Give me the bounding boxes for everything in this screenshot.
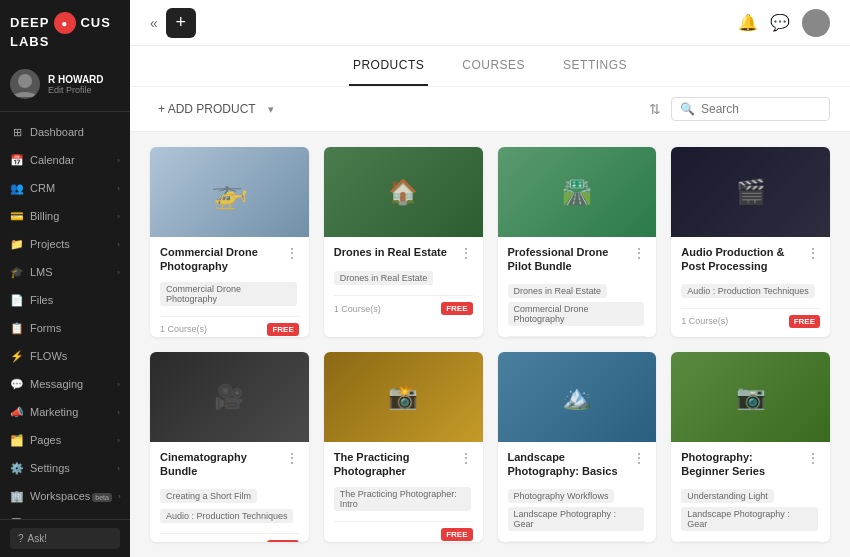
add-product-button[interactable]: + ADD PRODUCT [150, 98, 264, 120]
profile-name: R HOWARD [48, 74, 104, 85]
chevron-right-icon: › [117, 380, 120, 389]
card-header: Photography: Beginner Series ⋮ [681, 450, 820, 479]
card-footer: 1 Course(s) FREE [160, 316, 299, 336]
product-card[interactable]: Photography: Beginner Series ⋮ Understan… [671, 352, 830, 542]
product-card[interactable]: Landscape Photography: Basics ⋮ Photogra… [498, 352, 657, 542]
add-button[interactable]: + [166, 8, 196, 38]
projects-icon: 📁 [10, 237, 24, 251]
free-badge: FREE [267, 540, 298, 542]
free-badge: FREE [441, 302, 472, 315]
sidebar-item-crm[interactable]: 👥 CRM › [0, 174, 130, 202]
card-image [498, 147, 657, 237]
tab-courses[interactable]: COURSES [458, 46, 529, 86]
user-profile[interactable]: R HOWARD Edit Profile [0, 61, 130, 112]
sidebar-item-files[interactable]: 📄 Files [0, 286, 130, 314]
sidebar-item-label: Workspacesbeta [30, 490, 112, 502]
sidebar-item-calendar[interactable]: 📅 Calendar › [0, 146, 130, 174]
sidebar-item-projects[interactable]: 📁 Projects › [0, 230, 130, 258]
product-card[interactable]: Audio Production & Post Processing ⋮ Aud… [671, 147, 830, 337]
sidebar-item-billing[interactable]: 💳 Billing › [0, 202, 130, 230]
product-card[interactable]: The Practicing Photographer ⋮ The Practi… [324, 352, 483, 542]
card-footer: 1 Course(s) FREE [334, 295, 473, 315]
sidebar-item-pages2[interactable]: 📑 Pages › [0, 510, 130, 519]
card-image [671, 147, 830, 237]
sort-icon[interactable]: ⇅ [649, 101, 661, 117]
product-card[interactable]: Professional Drone Pilot Bundle ⋮ Drones… [498, 147, 657, 337]
search-input[interactable] [701, 102, 821, 116]
free-badge: FREE [441, 528, 472, 541]
product-tag: Audio : Production Techniques [160, 509, 293, 523]
courses-count: 1 Course(s) [681, 316, 728, 326]
sidebar-item-dashboard[interactable]: ⊞ Dashboard [0, 118, 130, 146]
ask-label: Ask! [28, 533, 47, 544]
logo: DEEP ● CUS LABS [0, 0, 130, 61]
card-body: Professional Drone Pilot Bundle ⋮ Drones… [498, 237, 657, 337]
courses-count: 1 Course(s) [160, 324, 207, 334]
product-title: Commercial Drone Photography [160, 245, 281, 274]
logo-text: DEEP ● CUS LABS [10, 12, 120, 49]
tab-products[interactable]: PRODUCTS [349, 46, 428, 86]
forms-icon: 📋 [10, 321, 24, 335]
header-left: « + [150, 8, 196, 38]
sidebar-item-flows[interactable]: ⚡ FLOWs [0, 342, 130, 370]
product-title: Audio Production & Post Processing [681, 245, 802, 274]
product-tags: Drones in Real EstateCommercial Drone Ph… [508, 280, 647, 328]
product-menu-button[interactable]: ⋮ [281, 450, 299, 466]
card-footer: FREE [681, 541, 820, 542]
sidebar-item-label: Billing [30, 210, 59, 222]
user-avatar[interactable] [802, 9, 830, 37]
files-icon: 📄 [10, 293, 24, 307]
sidebar-item-messaging[interactable]: 💬 Messaging › [0, 370, 130, 398]
product-menu-button[interactable]: ⋮ [802, 245, 820, 261]
chevron-right-icon: › [117, 436, 120, 445]
tab-bar: PRODUCTS COURSES SETTINGS [130, 46, 850, 87]
product-tags: The Practicing Photographer: Intro [334, 485, 473, 513]
product-card[interactable]: Drones in Real Estate ⋮ Drones in Real E… [324, 147, 483, 337]
chat-bubble-icon[interactable]: 💬 [770, 13, 790, 32]
card-image [150, 147, 309, 237]
sidebar-item-settings[interactable]: ⚙️ Settings › [0, 454, 130, 482]
product-card[interactable]: Cinematography Bundle ⋮ Creating a Short… [150, 352, 309, 542]
sidebar-item-label: Dashboard [30, 126, 84, 138]
notification-bell-icon[interactable]: 🔔 [738, 13, 758, 32]
chevron-right-icon: › [117, 156, 120, 165]
card-footer: FREE [508, 541, 647, 542]
card-body: Audio Production & Post Processing ⋮ Aud… [671, 237, 830, 336]
sidebar-item-label: Settings [30, 462, 70, 474]
product-tag: Commercial Drone Photography [508, 302, 645, 326]
sidebar-item-label: Marketing [30, 406, 78, 418]
product-title: Drones in Real Estate [334, 245, 455, 259]
sidebar-item-label: Messaging [30, 378, 83, 390]
workspaces-icon: 🏢 [10, 489, 24, 503]
product-menu-button[interactable]: ⋮ [281, 245, 299, 261]
ask-button[interactable]: ? Ask! [10, 528, 120, 549]
search-box: 🔍 [671, 97, 830, 121]
sidebar-item-workspaces[interactable]: 🏢 Workspacesbeta › [0, 482, 130, 510]
tab-settings[interactable]: SETTINGS [559, 46, 631, 86]
sidebar: DEEP ● CUS LABS R HOWARD Edit Profile ⊞ … [0, 0, 130, 557]
product-menu-button[interactable]: ⋮ [802, 450, 820, 466]
product-tag: Photography Workflows [508, 489, 615, 503]
sidebar-item-marketing[interactable]: 📣 Marketing › [0, 398, 130, 426]
svg-point-0 [18, 74, 32, 88]
card-image [324, 352, 483, 442]
product-menu-button[interactable]: ⋮ [455, 450, 473, 466]
sidebar-item-pages[interactable]: 🗂️ Pages › [0, 426, 130, 454]
edit-profile-link[interactable]: Edit Profile [48, 85, 104, 95]
sidebar-item-forms[interactable]: 📋 Forms [0, 314, 130, 342]
product-card[interactable]: Commercial Drone Photography ⋮ Commercia… [150, 147, 309, 337]
product-menu-button[interactable]: ⋮ [628, 245, 646, 261]
product-tag: The Practicing Photographer: Intro [334, 487, 471, 511]
collapse-sidebar-button[interactable]: « [150, 15, 158, 31]
sidebar-item-label: Pages [30, 434, 61, 446]
card-image [324, 147, 483, 237]
product-tag: Audio : Production Techniques [681, 284, 814, 298]
chevron-right-icon: › [117, 268, 120, 277]
avatar [10, 69, 40, 99]
product-menu-button[interactable]: ⋮ [455, 245, 473, 261]
product-menu-button[interactable]: ⋮ [628, 450, 646, 466]
sidebar-item-label: CRM [30, 182, 55, 194]
sidebar-item-lms[interactable]: 🎓 LMS › [0, 258, 130, 286]
dropdown-chevron-icon[interactable]: ▾ [268, 103, 274, 116]
free-badge: FREE [789, 315, 820, 328]
